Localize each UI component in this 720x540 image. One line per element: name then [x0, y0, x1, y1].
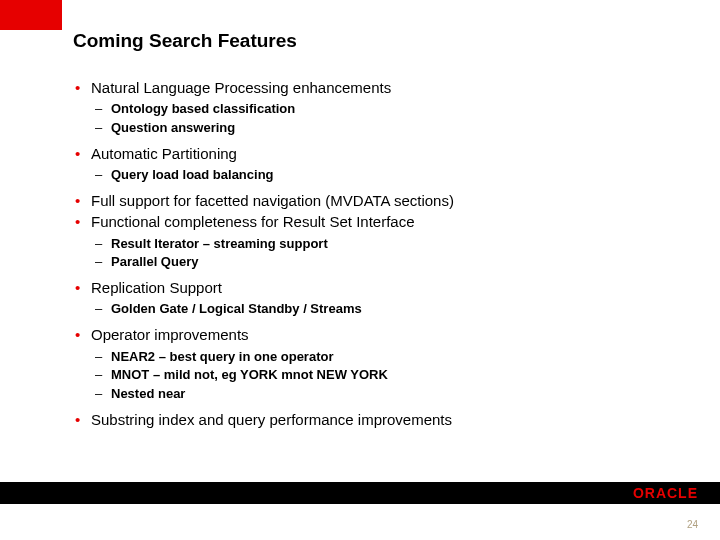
bullet-l2: Nested near [73, 385, 700, 404]
bullet-text: Parallel Query [111, 254, 198, 269]
bullet-l1: Operator improvements [73, 325, 700, 345]
bullet-text: MNOT – mild not, eg YORK mnot NEW YORK [111, 367, 388, 382]
bullet-text: Natural Language Processing enhancements [91, 79, 391, 96]
bullet-l2: NEAR2 – best query in one operator [73, 348, 700, 367]
bullet-text: Full support for facetted navigation (MV… [91, 192, 454, 209]
slide-title: Coming Search Features [73, 30, 297, 52]
oracle-logo: ORACLE [633, 485, 698, 501]
bullet-text: Functional completeness for Result Set I… [91, 213, 415, 230]
footer-bar: ORACLE [0, 482, 720, 504]
bullet-l1: Full support for facetted navigation (MV… [73, 191, 700, 211]
bullet-text: Golden Gate / Logical Standby / Streams [111, 301, 362, 316]
bullet-text: Nested near [111, 386, 185, 401]
bullet-l2: Query load load balancing [73, 166, 700, 185]
bullet-l2: Ontology based classification [73, 100, 700, 119]
bullet-text: Ontology based classification [111, 101, 295, 116]
bullet-text: Substring index and query performance im… [91, 411, 452, 428]
bullet-l1: Substring index and query performance im… [73, 410, 700, 430]
bullet-l2: MNOT – mild not, eg YORK mnot NEW YORK [73, 366, 700, 385]
bullet-text: NEAR2 – best query in one operator [111, 349, 334, 364]
bullet-text: Question answering [111, 120, 235, 135]
page-number: 24 [687, 519, 698, 530]
bullet-l1: Automatic Partitioning [73, 144, 700, 164]
bullet-l1: Functional completeness for Result Set I… [73, 212, 700, 232]
bullet-l1: Natural Language Processing enhancements [73, 78, 700, 98]
bullet-text: Operator improvements [91, 326, 249, 343]
bullet-l2: Result Iterator – streaming support [73, 235, 700, 254]
bullet-l2: Parallel Query [73, 253, 700, 272]
bullet-text: Automatic Partitioning [91, 145, 237, 162]
bullet-text: Query load load balancing [111, 167, 274, 182]
bullet-text: Result Iterator – streaming support [111, 236, 328, 251]
bullet-text: Replication Support [91, 279, 222, 296]
bullet-l1: Replication Support [73, 278, 700, 298]
slide-content: Natural Language Processing enhancements… [73, 78, 700, 431]
bullet-l2: Question answering [73, 119, 700, 138]
corner-red-block [0, 0, 62, 30]
bullet-l2: Golden Gate / Logical Standby / Streams [73, 300, 700, 319]
